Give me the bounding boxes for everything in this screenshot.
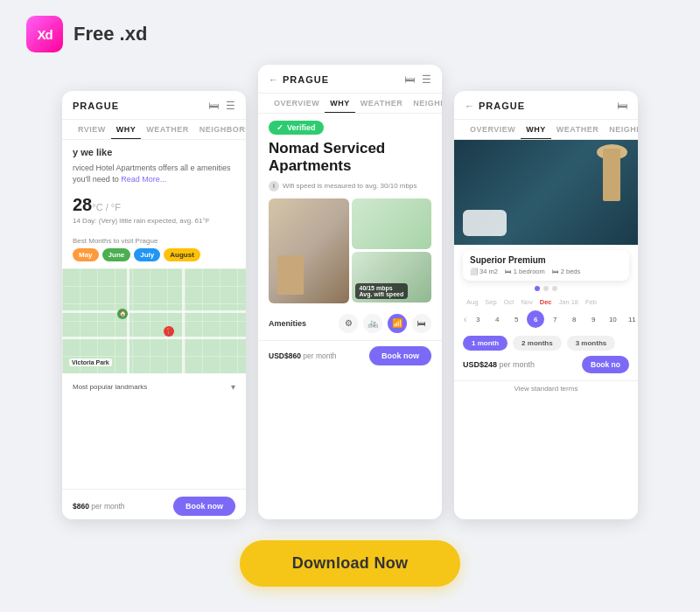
room-image-2 [352, 198, 432, 249]
center-per-month: per month [303, 351, 336, 360]
right-tab-overview[interactable]: OVERVIEW [465, 120, 521, 139]
map-grid [62, 268, 246, 373]
xd-logo: Xd [26, 16, 63, 52]
center-book-button[interactable]: Book now [369, 346, 431, 365]
read-more-link[interactable]: Read More... [121, 175, 166, 184]
dot-indicators [454, 286, 638, 291]
left-tab-weather[interactable]: WEATHER [141, 120, 193, 139]
check-icon: ✓ [276, 123, 284, 132]
cal-day-8[interactable]: 8 [565, 310, 583, 328]
room-photo-kitchen: 40/15 mbpsAvg. wifi speed [352, 252, 432, 303]
cal-prev-arrow[interactable]: ‹ [461, 315, 469, 324]
amenities-row: Amenities ⚙ 🚲 📶 🛏 [258, 310, 442, 340]
right-per-month: per month [500, 360, 536, 369]
duration-pills: 1 month 2 months 3 months [454, 330, 638, 356]
months-label: Best Months to visit Prague [62, 232, 246, 248]
amenities-label: Amenities [269, 319, 333, 328]
left-nav-tabs: RVIEW WHY WEATHER NEIGHBORHOOD [62, 120, 246, 140]
right-nav-tabs: OVERVIEW WHY WEATHER NEIGHBORHO [454, 120, 638, 140]
center-tab-neighborhood[interactable]: NEIGHBORHOOD [408, 94, 442, 113]
cal-day-3[interactable]: 3 [469, 310, 486, 328]
right-back-arrow: ← [465, 101, 474, 111]
cal-day-6[interactable]: 6 [527, 310, 544, 328]
apartment-title: Nomad Serviced Apartments [258, 140, 442, 179]
cal-feb: Feb [582, 296, 600, 308]
left-tab-overview[interactable]: RVIEW [73, 120, 111, 139]
left-card-inner: PRAGUE 🛏 ☰ RVIEW WHY WEATHER NEIGHBORHOO… [62, 91, 246, 519]
center-phone-header: ← PRAGUE 🛏 ☰ [258, 65, 442, 94]
right-phone-card: ← PRAGUE 🛏 OVERVIEW WHY WEATHER NEIGHBOR… [454, 91, 638, 519]
room-details: ⬜ 34 m2 🛏 1 bedroom 🛏 2 beds [470, 268, 622, 275]
left-per-month: per month [91, 502, 124, 511]
left-card-content: y we like rviced Hotel Apartments offers… [62, 140, 246, 519]
month-august[interactable]: August [164, 248, 200, 261]
landmarks-row: Most popular landmarks ▾ [62, 379, 246, 399]
center-header-icons: 🛏 ☰ [404, 73, 431, 86]
left-header-icons: 🛏 ☰ [208, 100, 235, 112]
right-city-name: PRAGUE [479, 101, 525, 111]
map-road-h2 [62, 337, 246, 339]
map-area: 🏠 📍 Victoria Park [62, 268, 246, 373]
wifi-info: i Wifi speed is mesaured to avg. 30/10 m… [258, 179, 442, 198]
right-tab-why[interactable]: WHY [521, 120, 551, 140]
month-may[interactable]: May [73, 248, 99, 261]
dot-1 [535, 286, 540, 291]
calendar-nav: ‹ 3 4 5 6 7 8 9 10 11 › [454, 308, 638, 330]
right-tab-weather[interactable]: WEATHER [551, 120, 604, 139]
cal-aug: Aug [463, 296, 481, 308]
duration-1month[interactable]: 1 month [463, 336, 508, 351]
left-tab-why[interactable]: WHY [111, 120, 142, 140]
wifi-icon: 📶 [388, 314, 407, 333]
dot-3 [552, 286, 557, 291]
center-city-name: PRAGUE [283, 74, 329, 85]
cal-day-7[interactable]: 7 [546, 310, 564, 328]
cal-day-11[interactable]: 11 [623, 310, 638, 328]
back-arrow-icon: ← [269, 74, 278, 85]
left-bottom-bar: $860 per month Book now [62, 489, 246, 519]
menu-icon: ☰ [226, 100, 235, 112]
cal-day-5[interactable]: 5 [508, 310, 525, 328]
cal-sep: Sep [481, 296, 500, 308]
left-price: $860 per month [73, 502, 125, 511]
cal-day-4[interactable]: 4 [488, 310, 506, 328]
cal-dec[interactable]: Dec [536, 296, 556, 308]
room-beds: 🛏 2 beds [552, 268, 581, 275]
dot-2 [543, 286, 549, 291]
center-tab-weather[interactable]: WEATHER [355, 94, 408, 113]
menu-icon-center: ☰ [422, 73, 431, 86]
right-price-amount: USD$248 [463, 360, 497, 369]
verified-badge: ✓ Verified [269, 121, 324, 135]
info-icon: i [269, 181, 279, 191]
download-button[interactable]: Download Now [240, 540, 461, 587]
left-phone-header: PRAGUE 🛏 ☰ [62, 91, 246, 120]
lamp-shape [603, 149, 620, 201]
temp-desc: 14 Day: (Very) little rain expected, avg… [73, 217, 235, 225]
map-road-v1 [127, 268, 130, 373]
month-july[interactable]: July [134, 248, 160, 261]
room-image-1 [269, 198, 349, 303]
view-terms[interactable]: View standard terms [454, 380, 638, 398]
cal-day-10[interactable]: 10 [604, 310, 621, 328]
duration-2months[interactable]: 2 months [513, 336, 562, 351]
room-photo-living [269, 198, 349, 303]
filter-icon: ⚙ [339, 314, 358, 333]
bed-amenity-icon: 🛏 [412, 314, 431, 333]
center-tab-why[interactable]: WHY [325, 94, 355, 114]
pillow-decoration [463, 210, 507, 236]
center-price-row: USD$860 per month Book now [258, 340, 442, 374]
left-section-text: rviced Hotel Apartments offers all e ame… [62, 161, 246, 188]
cal-day-9[interactable]: 9 [584, 310, 602, 328]
right-tab-neighborhood[interactable]: NEIGHBORHO [604, 120, 638, 139]
bed-icon-right: 🛏 [617, 100, 627, 112]
left-price-amount: $860 [73, 502, 89, 511]
right-book-button[interactable]: Book no [582, 356, 629, 373]
header: Xd Free .xd [0, 0, 700, 61]
room-info-card: Superior Premium ⬜ 34 m2 🛏 1 bedroom 🛏 2… [463, 250, 629, 281]
month-june[interactable]: June [102, 248, 131, 261]
room-bedrooms: 🛏 1 bedroom [505, 268, 545, 275]
left-book-button[interactable]: Book now [173, 497, 235, 516]
left-tab-neighborhood[interactable]: NEIGHBORHOOD [194, 120, 246, 139]
temp-unit: °C / °F [92, 202, 121, 212]
center-tab-overview[interactable]: OVERVIEW [269, 94, 325, 113]
duration-3months[interactable]: 3 months [567, 336, 616, 351]
